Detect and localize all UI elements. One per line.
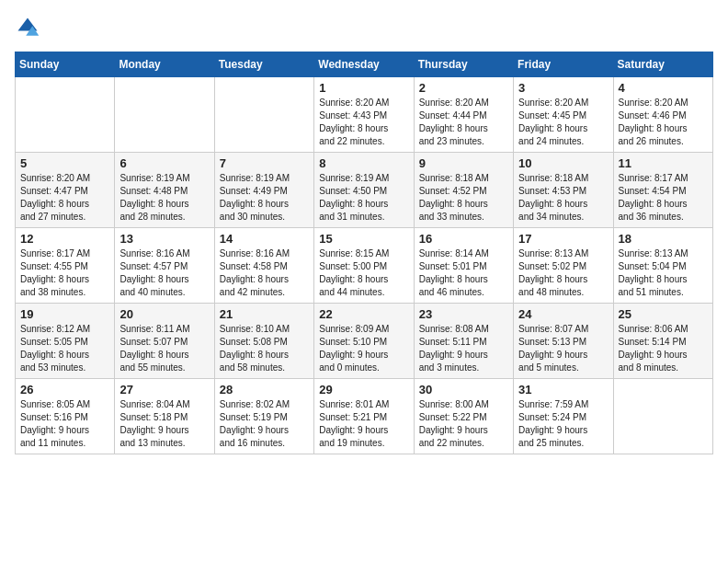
calendar-cell: 28Sunrise: 8:02 AM Sunset: 5:19 PM Dayli… <box>214 379 313 454</box>
page-header <box>15 15 713 40</box>
day-info: Sunrise: 8:12 AM Sunset: 5:05 PM Dayligh… <box>20 323 109 374</box>
day-info: Sunrise: 8:07 AM Sunset: 5:13 PM Dayligh… <box>518 323 608 374</box>
calendar-cell: 12Sunrise: 8:17 AM Sunset: 4:55 PM Dayli… <box>16 228 115 304</box>
column-header-friday: Friday <box>514 52 613 77</box>
day-info: Sunrise: 8:18 AM Sunset: 4:53 PM Dayligh… <box>518 172 608 224</box>
day-number: 3 <box>518 81 608 95</box>
calendar-week-5: 26Sunrise: 8:05 AM Sunset: 5:16 PM Dayli… <box>16 379 713 454</box>
day-info: Sunrise: 8:20 AM Sunset: 4:44 PM Dayligh… <box>419 97 508 148</box>
calendar: SundayMondayTuesdayWednesdayThursdayFrid… <box>15 52 713 454</box>
calendar-cell: 11Sunrise: 8:17 AM Sunset: 4:54 PM Dayli… <box>613 153 712 228</box>
calendar-cell: 13Sunrise: 8:16 AM Sunset: 4:57 PM Dayli… <box>115 228 214 304</box>
day-info: Sunrise: 8:08 AM Sunset: 5:11 PM Dayligh… <box>419 323 508 374</box>
day-number: 31 <box>518 383 608 396</box>
logo <box>15 15 44 40</box>
day-info: Sunrise: 8:09 AM Sunset: 5:10 PM Dayligh… <box>319 323 408 374</box>
calendar-header-row: SundayMondayTuesdayWednesdayThursdayFrid… <box>16 52 713 77</box>
day-info: Sunrise: 8:00 AM Sunset: 5:22 PM Dayligh… <box>419 398 508 450</box>
day-info: Sunrise: 8:20 AM Sunset: 4:45 PM Dayligh… <box>518 97 608 148</box>
day-info: Sunrise: 8:13 AM Sunset: 5:04 PM Dayligh… <box>619 247 708 299</box>
calendar-cell: 23Sunrise: 8:08 AM Sunset: 5:11 PM Dayli… <box>414 304 513 379</box>
calendar-cell: 5Sunrise: 8:20 AM Sunset: 4:47 PM Daylig… <box>16 153 115 228</box>
calendar-cell: 14Sunrise: 8:16 AM Sunset: 4:58 PM Dayli… <box>214 228 313 304</box>
calendar-cell: 7Sunrise: 8:19 AM Sunset: 4:49 PM Daylig… <box>214 153 313 228</box>
day-info: Sunrise: 8:19 AM Sunset: 4:50 PM Dayligh… <box>319 172 408 224</box>
calendar-cell: 19Sunrise: 8:12 AM Sunset: 5:05 PM Dayli… <box>16 304 115 379</box>
day-number: 25 <box>619 307 708 321</box>
day-info: Sunrise: 8:19 AM Sunset: 4:49 PM Dayligh… <box>220 172 309 224</box>
calendar-cell: 9Sunrise: 8:18 AM Sunset: 4:52 PM Daylig… <box>414 153 513 228</box>
calendar-cell: 29Sunrise: 8:01 AM Sunset: 5:21 PM Dayli… <box>314 379 414 454</box>
day-info: Sunrise: 8:06 AM Sunset: 5:14 PM Dayligh… <box>619 323 708 374</box>
day-number: 4 <box>619 81 708 95</box>
day-info: Sunrise: 8:16 AM Sunset: 4:57 PM Dayligh… <box>119 247 209 299</box>
calendar-cell: 31Sunrise: 7:59 AM Sunset: 5:24 PM Dayli… <box>514 379 613 454</box>
day-info: Sunrise: 8:20 AM Sunset: 4:46 PM Dayligh… <box>619 97 708 148</box>
day-info: Sunrise: 8:16 AM Sunset: 4:58 PM Dayligh… <box>220 247 309 299</box>
day-number: 5 <box>20 156 109 170</box>
day-info: Sunrise: 8:17 AM Sunset: 4:54 PM Dayligh… <box>619 172 708 224</box>
day-info: Sunrise: 7:59 AM Sunset: 5:24 PM Dayligh… <box>518 398 608 450</box>
day-number: 21 <box>220 307 309 321</box>
calendar-cell: 6Sunrise: 8:19 AM Sunset: 4:48 PM Daylig… <box>115 153 214 228</box>
logo-icon <box>15 15 40 40</box>
calendar-cell: 18Sunrise: 8:13 AM Sunset: 5:04 PM Dayli… <box>613 228 712 304</box>
calendar-cell: 3Sunrise: 8:20 AM Sunset: 4:45 PM Daylig… <box>514 77 613 153</box>
calendar-cell <box>115 77 214 153</box>
calendar-cell: 2Sunrise: 8:20 AM Sunset: 4:44 PM Daylig… <box>414 77 513 153</box>
day-info: Sunrise: 8:19 AM Sunset: 4:48 PM Dayligh… <box>119 172 209 224</box>
day-info: Sunrise: 8:17 AM Sunset: 4:55 PM Dayligh… <box>20 247 109 299</box>
day-number: 10 <box>518 156 608 170</box>
day-number: 6 <box>119 156 209 170</box>
column-header-monday: Monday <box>115 52 214 77</box>
calendar-cell: 15Sunrise: 8:15 AM Sunset: 5:00 PM Dayli… <box>314 228 414 304</box>
calendar-cell: 16Sunrise: 8:14 AM Sunset: 5:01 PM Dayli… <box>414 228 513 304</box>
calendar-cell: 27Sunrise: 8:04 AM Sunset: 5:18 PM Dayli… <box>115 379 214 454</box>
calendar-cell: 24Sunrise: 8:07 AM Sunset: 5:13 PM Dayli… <box>514 304 613 379</box>
day-number: 23 <box>419 307 508 321</box>
day-info: Sunrise: 8:05 AM Sunset: 5:16 PM Dayligh… <box>20 398 109 450</box>
day-number: 18 <box>619 232 708 246</box>
day-number: 8 <box>319 156 408 170</box>
day-info: Sunrise: 8:14 AM Sunset: 5:01 PM Dayligh… <box>419 247 508 299</box>
day-number: 11 <box>619 156 708 170</box>
day-info: Sunrise: 8:13 AM Sunset: 5:02 PM Dayligh… <box>518 247 608 299</box>
calendar-week-1: 1Sunrise: 8:20 AM Sunset: 4:43 PM Daylig… <box>16 77 713 153</box>
day-number: 1 <box>319 81 408 95</box>
calendar-cell: 22Sunrise: 8:09 AM Sunset: 5:10 PM Dayli… <box>314 304 414 379</box>
day-number: 7 <box>220 156 309 170</box>
day-info: Sunrise: 8:20 AM Sunset: 4:43 PM Dayligh… <box>319 97 408 148</box>
day-number: 24 <box>518 307 608 321</box>
day-number: 20 <box>119 307 209 321</box>
calendar-cell <box>16 77 115 153</box>
day-number: 22 <box>319 307 408 321</box>
day-info: Sunrise: 8:04 AM Sunset: 5:18 PM Dayligh… <box>119 398 209 450</box>
calendar-cell <box>613 379 712 454</box>
calendar-cell: 1Sunrise: 8:20 AM Sunset: 4:43 PM Daylig… <box>314 77 414 153</box>
day-info: Sunrise: 8:15 AM Sunset: 5:00 PM Dayligh… <box>319 247 408 299</box>
day-number: 14 <box>220 232 309 246</box>
day-number: 29 <box>319 383 408 396</box>
calendar-cell: 10Sunrise: 8:18 AM Sunset: 4:53 PM Dayli… <box>514 153 613 228</box>
day-info: Sunrise: 8:01 AM Sunset: 5:21 PM Dayligh… <box>319 398 408 450</box>
day-info: Sunrise: 8:20 AM Sunset: 4:47 PM Dayligh… <box>20 172 109 224</box>
day-number: 2 <box>419 81 508 95</box>
day-info: Sunrise: 8:11 AM Sunset: 5:07 PM Dayligh… <box>119 323 209 374</box>
calendar-cell: 8Sunrise: 8:19 AM Sunset: 4:50 PM Daylig… <box>314 153 414 228</box>
day-number: 16 <box>419 232 508 246</box>
calendar-week-4: 19Sunrise: 8:12 AM Sunset: 5:05 PM Dayli… <box>16 304 713 379</box>
day-number: 17 <box>518 232 608 246</box>
calendar-week-2: 5Sunrise: 8:20 AM Sunset: 4:47 PM Daylig… <box>16 153 713 228</box>
calendar-cell: 20Sunrise: 8:11 AM Sunset: 5:07 PM Dayli… <box>115 304 214 379</box>
day-number: 30 <box>419 383 508 396</box>
calendar-cell: 26Sunrise: 8:05 AM Sunset: 5:16 PM Dayli… <box>16 379 115 454</box>
column-header-tuesday: Tuesday <box>214 52 313 77</box>
day-number: 28 <box>220 383 309 396</box>
calendar-cell: 21Sunrise: 8:10 AM Sunset: 5:08 PM Dayli… <box>214 304 313 379</box>
calendar-cell: 30Sunrise: 8:00 AM Sunset: 5:22 PM Dayli… <box>414 379 513 454</box>
column-header-wednesday: Wednesday <box>314 52 414 77</box>
day-info: Sunrise: 8:02 AM Sunset: 5:19 PM Dayligh… <box>220 398 309 450</box>
day-number: 27 <box>119 383 209 396</box>
day-number: 9 <box>419 156 508 170</box>
calendar-cell <box>214 77 313 153</box>
